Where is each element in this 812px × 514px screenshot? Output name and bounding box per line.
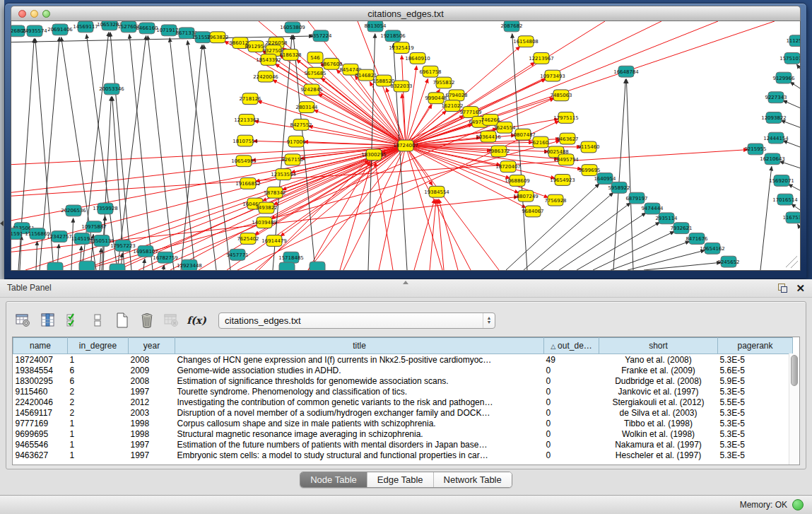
graph-node[interactable]: 6879197 bbox=[625, 192, 647, 204]
citation-edge[interactable] bbox=[318, 94, 406, 146]
graph-node[interactable]: 10975887 bbox=[81, 221, 107, 233]
citation-edge[interactable] bbox=[394, 44, 407, 270]
graph-node[interactable]: 391591 bbox=[11, 228, 23, 240]
column-header-outde[interactable]: △out_de… bbox=[544, 338, 599, 354]
graph-node[interactable]: 18107554 bbox=[233, 135, 258, 146]
graph-node[interactable]: 9215955 bbox=[744, 144, 766, 155]
graph-node[interactable]: 10654162 bbox=[700, 243, 725, 254]
tab-network-table[interactable]: Network Table bbox=[434, 472, 512, 487]
graph-node[interactable]: 5878342 bbox=[264, 187, 286, 198]
citation-edge[interactable] bbox=[541, 203, 630, 270]
graph-node[interactable]: 24935574 bbox=[22, 25, 47, 37]
graph-node[interactable]: 2087682 bbox=[500, 21, 522, 32]
graph-node[interactable] bbox=[310, 262, 325, 270]
column-header-title[interactable]: title bbox=[175, 338, 544, 354]
table-row[interactable]: 969969511998Structural magnetic resonanc… bbox=[13, 428, 793, 439]
select-all-check-icon[interactable] bbox=[64, 311, 81, 329]
graph-node[interactable]: 12923448 bbox=[177, 259, 202, 270]
citation-edge[interactable] bbox=[611, 241, 690, 270]
function-builder-icon[interactable]: f(x) bbox=[188, 311, 205, 329]
table-row[interactable]: 946362711997Embryonic stem cells: a mode… bbox=[13, 450, 793, 460]
collapse-arrow-icon[interactable] bbox=[0, 221, 4, 226]
graph-node[interactable]: 14569117 bbox=[73, 21, 98, 33]
citation-edge[interactable] bbox=[786, 256, 797, 267]
graph-node[interactable]: 2718126 bbox=[239, 93, 261, 105]
tab-edge-table[interactable]: Edge Table bbox=[367, 472, 434, 487]
citation-edge[interactable] bbox=[798, 224, 800, 228]
graph-node[interactable]: 7986372 bbox=[488, 146, 510, 157]
citation-edge[interactable] bbox=[258, 101, 406, 146]
graph-node[interactable]: 16210643 bbox=[760, 153, 785, 165]
graph-node[interactable]: 10654985 bbox=[231, 156, 257, 167]
graph-node[interactable]: 18640910 bbox=[405, 52, 430, 64]
graph-node[interactable]: 17359928 bbox=[93, 203, 118, 214]
citation-edge[interactable] bbox=[406, 21, 775, 146]
graph-node[interactable]: 17016514 bbox=[772, 194, 798, 205]
graph-node[interactable]: 8471676 bbox=[686, 233, 707, 245]
graph-node[interactable]: 15692071 bbox=[769, 175, 794, 187]
graph-node[interactable] bbox=[110, 264, 125, 270]
citation-edge[interactable] bbox=[143, 259, 145, 270]
graph-node[interactable]: 8466160 bbox=[136, 23, 158, 34]
graph-node[interactable]: 9129966 bbox=[772, 72, 794, 83]
graph-node[interactable]: 16154808 bbox=[513, 36, 539, 47]
citation-edge[interactable] bbox=[340, 162, 372, 270]
graph-node[interactable] bbox=[79, 261, 95, 270]
graph-node[interactable]: 1112547 bbox=[786, 35, 800, 47]
citation-edge[interactable] bbox=[524, 192, 613, 270]
table-row[interactable]: 946554611997Estimation of the future num… bbox=[13, 439, 793, 450]
row-height-icon[interactable] bbox=[89, 311, 106, 329]
table-row[interactable]: 2242004622012Investigating the contribut… bbox=[13, 397, 793, 407]
graph-node[interactable]: 7932621 bbox=[670, 223, 692, 234]
delete-entries-trash-icon[interactable] bbox=[139, 311, 155, 329]
close-panel-icon[interactable]: ✕ bbox=[796, 283, 805, 293]
graph-node[interactable]: 9242845 bbox=[300, 84, 322, 95]
graph-node[interactable]: 12444154 bbox=[763, 132, 789, 144]
graph-node[interactable]: 7625402 bbox=[237, 233, 259, 245]
graph-node[interactable] bbox=[279, 262, 295, 270]
graph-node[interactable]: 9245652 bbox=[717, 256, 739, 267]
citation-edge[interactable] bbox=[36, 241, 37, 270]
graph-node[interactable]: 15718485 bbox=[278, 252, 304, 263]
table-row[interactable]: 1456911722003Disruption of a novel membe… bbox=[13, 407, 793, 418]
citation-edge[interactable] bbox=[792, 204, 800, 210]
graph-node[interactable]: 8357224 bbox=[310, 30, 332, 42]
graph-node[interactable]: 15751074 bbox=[779, 52, 800, 64]
graph-node[interactable]: 9474444 bbox=[641, 203, 664, 214]
citation-edge[interactable] bbox=[148, 36, 174, 270]
network-canvas[interactable]: 2526805924935574206914061456911710653287… bbox=[11, 21, 801, 271]
graph-node[interactable]: 8322033 bbox=[390, 81, 412, 92]
graph-node[interactable]: 16053809 bbox=[280, 22, 305, 33]
table-scrollbar[interactable] bbox=[789, 354, 799, 465]
citation-edge[interactable] bbox=[406, 146, 442, 270]
citation-edge[interactable] bbox=[11, 146, 406, 165]
graph-node[interactable]: 19218506 bbox=[380, 30, 406, 42]
table-scrollbar-thumb[interactable] bbox=[791, 355, 798, 386]
citation-edge[interactable] bbox=[783, 141, 800, 147]
tab-node-table[interactable]: Node Table bbox=[300, 472, 367, 487]
table-settings-icon[interactable] bbox=[15, 311, 32, 329]
graph-node[interactable]: 6961758 bbox=[419, 66, 441, 77]
citation-edge[interactable] bbox=[790, 82, 800, 88]
citation-edge[interactable] bbox=[437, 199, 444, 270]
graph-node[interactable]: 8813054 bbox=[364, 21, 387, 32]
citation-edge[interactable] bbox=[406, 66, 417, 146]
graph-node[interactable]: 12213363 bbox=[234, 115, 259, 126]
splitter-handle-icon[interactable] bbox=[403, 281, 408, 284]
citation-edge[interactable] bbox=[789, 185, 800, 191]
citation-edge[interactable] bbox=[644, 262, 721, 270]
citation-edge[interactable] bbox=[71, 218, 73, 270]
graph-node[interactable]: 16648784 bbox=[613, 66, 639, 77]
table-row[interactable]: 911546021997Tourette syndrome. Phenomeno… bbox=[13, 386, 793, 397]
graph-node[interactable]: 7485063 bbox=[550, 90, 572, 101]
graph-node[interactable]: 12325419 bbox=[389, 42, 414, 54]
citation-edge[interactable] bbox=[110, 33, 131, 270]
graph-node[interactable]: 12213967 bbox=[529, 52, 554, 64]
citation-edge[interactable] bbox=[797, 64, 800, 69]
citation-edge[interactable] bbox=[100, 248, 101, 270]
table-selector-dropdown[interactable]: citations_edges.txt ▲▼ bbox=[218, 313, 495, 329]
graph-node[interactable]: 5958922 bbox=[608, 182, 630, 193]
graph-node[interactable]: 3493822 bbox=[255, 202, 277, 214]
graph-node[interactable]: 1167533 bbox=[782, 212, 800, 223]
graph-node[interactable]: 917006 bbox=[287, 136, 306, 147]
